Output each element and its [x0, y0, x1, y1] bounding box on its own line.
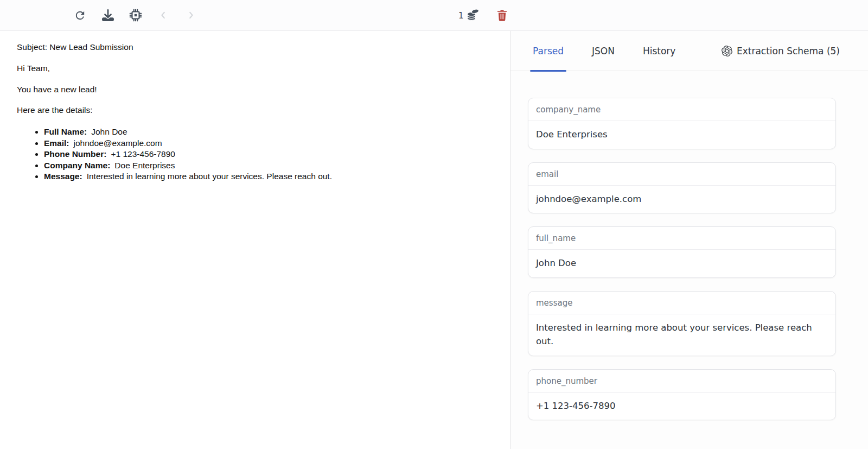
email-intro: You have a new lead!	[17, 85, 488, 94]
email-detail-item-full-name: Full Name:John Doe	[44, 127, 488, 138]
delete-button[interactable]	[493, 6, 511, 26]
tab-parsed[interactable]: Parsed	[530, 31, 566, 71]
detail-label: Full Name:	[44, 127, 87, 136]
detail-value: Doe Enterprises	[114, 161, 175, 170]
field-key: message	[528, 292, 835, 314]
email-detail-item-message: Message:Interested in learning more abou…	[44, 171, 488, 182]
email-detail-item-company-name: Company Name:Doe Enterprises	[44, 160, 488, 172]
refresh-icon	[74, 9, 86, 22]
toolbar-actions	[71, 5, 200, 25]
parsed-field-card-email: email johndoe@example.com	[528, 162, 836, 214]
parsed-field-card-message: message Interested in learning more abou…	[528, 291, 836, 356]
previous-document-button[interactable]	[154, 5, 172, 25]
detail-value: +1 123-456-7890	[111, 149, 175, 159]
detail-label: Message:	[44, 172, 82, 181]
email-details-heading: Here are the details:	[17, 105, 488, 115]
email-greeting: Hi Team,	[17, 64, 488, 73]
field-key: email	[528, 163, 835, 186]
field-value: johndoe@example.com	[528, 186, 835, 213]
field-key: full_name	[528, 227, 835, 250]
next-document-button[interactable]	[182, 5, 200, 25]
field-key: phone_number	[528, 370, 835, 393]
openai-icon	[722, 46, 732, 56]
detail-label: Company Name:	[44, 161, 110, 170]
parsed-fields: company_name Doe Enterprises email johnd…	[510, 71, 868, 420]
toolbar: 1	[0, 0, 868, 31]
email-details-list: Full Name:John DoeEmail:johndoe@example.…	[17, 127, 488, 182]
tab-history[interactable]: History	[640, 31, 678, 71]
detail-value: johndoe@example.com	[74, 138, 162, 148]
email-parser-app: 1	[0, 0, 868, 449]
email-viewer: Subject: New Lead Submission Hi Team, Yo…	[0, 31, 510, 449]
tab-label: History	[643, 46, 675, 56]
main-content: Subject: New Lead Submission Hi Team, Yo…	[0, 31, 868, 449]
results-panel: Parsed JSON History Extraction S	[510, 31, 868, 449]
detail-label: Email:	[44, 138, 69, 148]
parsed-field-card-phone-number: phone_number +1 123-456-7890	[528, 369, 836, 421]
tab-label: JSON	[592, 46, 615, 56]
email-subject: Subject: New Lead Submission	[17, 42, 488, 52]
reparse-ai-button[interactable]	[126, 5, 144, 25]
credits-count: 1	[458, 11, 464, 21]
field-value: Doe Enterprises	[528, 121, 835, 149]
download-icon	[102, 9, 114, 21]
detail-label: Phone Number:	[44, 149, 106, 159]
tab-label: Parsed	[533, 46, 564, 56]
field-key: company_name	[528, 98, 835, 121]
detail-value: Interested in learning more about your s…	[87, 172, 332, 181]
field-value: Interested in learning more about your s…	[528, 314, 835, 356]
toolbar-status: 1	[458, 0, 511, 31]
tab-extraction-schema-5[interactable]: Extraction Schema (5)	[719, 31, 843, 71]
chip-icon	[129, 8, 143, 22]
trash-icon	[496, 9, 508, 22]
chevron-left-icon	[158, 10, 168, 20]
credits-indicator: 1	[458, 7, 480, 24]
field-value: John Doe	[528, 250, 835, 277]
tab-bar: Parsed JSON History Extraction S	[510, 31, 868, 71]
email-detail-item-phone-number: Phone Number:+1 123-456-7890	[44, 149, 488, 160]
tab-label: Extraction Schema (5)	[737, 46, 840, 56]
refresh-button[interactable]	[71, 5, 89, 25]
chevron-right-icon	[186, 10, 196, 20]
email-detail-item-email: Email:johndoe@example.com	[44, 138, 488, 149]
parsed-field-card-company-name: company_name Doe Enterprises	[528, 98, 836, 149]
parsed-field-card-full-name: full_name John Doe	[528, 226, 836, 278]
download-button[interactable]	[99, 5, 117, 25]
field-value: +1 123-456-7890	[528, 393, 835, 420]
detail-value: John Doe	[91, 127, 127, 136]
coins-icon	[465, 7, 480, 24]
tab-json[interactable]: JSON	[589, 31, 617, 71]
